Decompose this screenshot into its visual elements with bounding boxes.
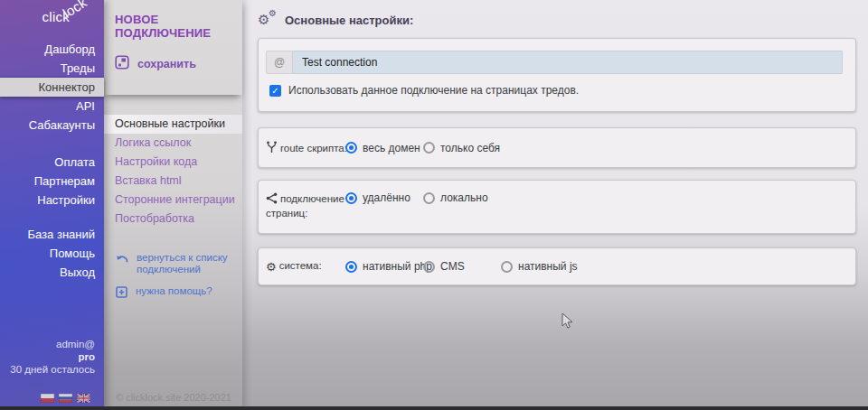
save-button[interactable]: сохранить: [115, 55, 231, 73]
use-on-threads-label: Использовать данное подключение на стран…: [288, 84, 579, 97]
back-to-connections-link[interactable]: вернуться к списку подключений: [116, 252, 242, 275]
sidebar-nav: Дашборд Треды Коннектор API Сабакаунты О…: [0, 40, 104, 282]
bottom-edge-bar: [0, 406, 868, 410]
menu-item-code-settings[interactable]: Настройки кода: [104, 153, 242, 172]
save-button-label: сохранить: [137, 58, 196, 70]
sidebar-item-partners[interactable]: Партнерам: [0, 172, 104, 191]
radio-unselected-icon: [423, 142, 435, 154]
system-setting-label: ⚙система:: [266, 258, 345, 275]
connection-settings-menu: Основные настройки Логика ссылок Настрой…: [104, 115, 242, 228]
route-setting-card: route скрипта: весь домен только себя: [258, 127, 856, 168]
route-option-whole-domain[interactable]: весь домен: [345, 142, 423, 154]
pages-connection-card: подключение страниц: удалённо локально: [258, 180, 856, 234]
radio-unselected-icon: [423, 192, 435, 204]
radio-selected-icon: [345, 142, 357, 154]
sidebar-item-connector[interactable]: Коннектор: [0, 78, 104, 97]
radio-unselected-icon: [501, 261, 513, 273]
menu-item-link-logic[interactable]: Логика ссылок: [104, 134, 242, 153]
sidebar-item-settings[interactable]: Настройки: [0, 191, 104, 210]
route-option-only-self[interactable]: только себя: [423, 142, 500, 154]
copyright-text: © clicklock.site 2020-2021: [116, 392, 231, 403]
pages-connection-row: подключение страниц: удалённо локально: [259, 181, 855, 220]
use-on-threads-checkbox[interactable]: ✓: [269, 85, 281, 97]
system-option-cms[interactable]: CMS: [423, 260, 501, 273]
menu-item-basic-settings[interactable]: Основные настройки: [104, 115, 242, 134]
sidebar-item-threads[interactable]: Треды: [0, 59, 104, 78]
account-email: admin@: [10, 338, 95, 350]
sidebar-item-api[interactable]: API: [0, 97, 104, 116]
clicklock-logo: clicklock: [42, 9, 95, 24]
panel-title: НОВОЕ ПОДКЛЮЧЕНИЕ: [115, 13, 231, 40]
system-setting-card: ⚙система: нативный php CMS нативный js: [258, 247, 856, 285]
route-setting-row: route скрипта: весь домен только себя: [259, 128, 855, 167]
gears-icon: ⚙⚙: [258, 12, 278, 28]
panel-links: вернуться к списку подключений нужна пом…: [104, 252, 242, 302]
system-option-native-php[interactable]: нативный php: [345, 260, 423, 273]
account-plan: pro: [10, 350, 95, 363]
radio-selected-icon: [345, 192, 357, 204]
need-help-label: нужна помощь?: [136, 285, 212, 302]
back-to-connections-label: вернуться к списку подключений: [137, 252, 231, 275]
system-option-native-js[interactable]: нативный js: [501, 260, 578, 273]
pages-option-remote[interactable]: удалённо: [345, 191, 423, 204]
add-box-icon: [116, 285, 127, 302]
share-icon: [266, 192, 278, 204]
main-header: ⚙⚙ Основные настройки:: [242, 0, 868, 29]
sidebar-item-knowledge-base[interactable]: База знаний: [0, 225, 104, 244]
sidebar-item-subaccounts[interactable]: Сабакаунты: [0, 116, 104, 135]
radio-selected-icon: [345, 261, 357, 273]
connection-name-input[interactable]: [293, 51, 843, 74]
russia-flag-icon[interactable]: [59, 394, 72, 403]
connection-panel-header: НОВОЕ ПОДКЛЮЧЕНИЕ сохранить: [104, 0, 242, 95]
route-icon: [266, 141, 278, 154]
connection-panel: НОВОЕ ПОДКЛЮЧЕНИЕ сохранить Основные нас…: [104, 0, 242, 410]
sidebar: clicklock Дашборд Треды Коннектор API Са…: [0, 0, 104, 410]
sidebar-item-dashboard[interactable]: Дашборд: [0, 40, 104, 59]
system-setting-row: ⚙система: нативный php CMS нативный js: [259, 248, 855, 284]
sidebar-item-payment[interactable]: Оплата: [0, 153, 104, 172]
language-flags: [41, 394, 90, 403]
use-on-threads-row: ✓ Использовать данное подключение на стр…: [269, 84, 843, 97]
account-info: admin@ pro 30 дней осталось: [10, 338, 95, 376]
connection-name-input-group: @: [266, 51, 843, 74]
account-days-left: 30 дней осталось: [10, 363, 95, 376]
menu-item-postprocessing[interactable]: Постобработка: [104, 210, 242, 228]
route-setting-label: route скрипта:: [266, 141, 345, 155]
uk-flag-icon[interactable]: [77, 394, 90, 403]
menu-item-integrations[interactable]: Сторонние интеграции: [104, 191, 242, 210]
undo-arrow-icon: [116, 252, 128, 275]
need-help-link[interactable]: нужна помощь?: [116, 285, 242, 302]
at-icon: @: [266, 51, 293, 74]
main-header-title: Основные настройки:: [285, 14, 413, 27]
mouse-cursor-icon: [561, 312, 573, 333]
pages-option-local[interactable]: локально: [423, 191, 488, 204]
sidebar-item-help[interactable]: Помощь: [0, 244, 104, 263]
menu-item-html-insert[interactable]: Вставка html: [104, 172, 242, 191]
radio-unselected-icon: [423, 261, 435, 273]
gear-icon: ⚙: [266, 260, 277, 274]
main-content: ⚙⚙ Основные настройки: @ ✓ Использовать …: [242, 0, 868, 410]
connection-name-card: @ ✓ Использовать данное подключение на с…: [258, 38, 856, 112]
sidebar-item-logout[interactable]: Выход: [0, 263, 104, 282]
poland-flag-icon[interactable]: [41, 394, 54, 403]
floppy-save-icon: [115, 55, 129, 73]
pages-connection-label: подключение страниц:: [266, 191, 345, 220]
